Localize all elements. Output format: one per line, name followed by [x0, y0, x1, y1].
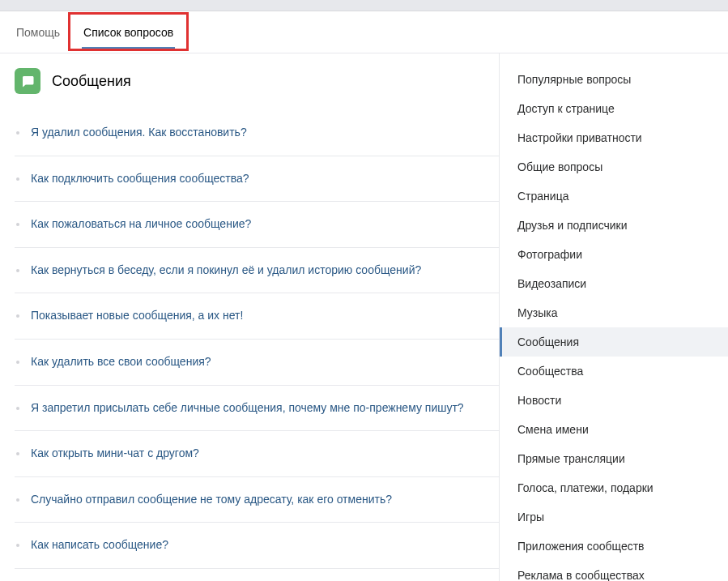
sidebar-item[interactable]: Новости: [500, 386, 728, 415]
sidebar-item[interactable]: Игры: [500, 502, 728, 532]
bullet-icon: [16, 177, 19, 181]
bullet-icon: [16, 269, 19, 272]
bullet-icon: [16, 452, 19, 455]
question-item[interactable]: Как подключить сообщения сообщества?: [15, 156, 499, 203]
question-text: Как пожаловаться на личное сообщение?: [31, 216, 251, 233]
tab-questions[interactable]: Список вопросов: [82, 15, 175, 49]
question-text: Я удалил сообщения. Как восстановить?: [31, 125, 247, 141]
question-text: Как удалить все свои сообщения?: [31, 354, 211, 370]
question-item[interactable]: Как удалить все свои сообщения?: [15, 340, 499, 386]
bullet-icon: [16, 407, 19, 410]
bullet-icon: [16, 223, 19, 226]
top-bar: [0, 0, 728, 11]
question-text: Как открыть мини-чат с другом?: [31, 446, 199, 462]
section-header: Сообщения: [15, 68, 499, 110]
sidebar-item[interactable]: Страница: [500, 182, 728, 211]
sidebar-item[interactable]: Настройки приватности: [500, 123, 728, 152]
sidebar-item[interactable]: Голоса, платежи, подарки: [500, 473, 728, 502]
section-title: Сообщения: [52, 73, 131, 90]
messages-icon: [15, 68, 40, 94]
question-text: Я запретил присылать себе личные сообщен…: [31, 400, 464, 417]
question-item[interactable]: Показывает новые сообщения, а их нет!: [15, 293, 499, 340]
question-item[interactable]: Я запретил присылать себе личные сообщен…: [15, 386, 499, 432]
main-content: Сообщения Я удалил сообщения. Как восста…: [0, 53, 500, 581]
bullet-icon: [16, 131, 19, 135]
sidebar-item[interactable]: Видеозаписи: [500, 269, 728, 298]
sidebar-item[interactable]: Реклама в сообществах: [500, 561, 728, 581]
tabs-row: Помощь Список вопросов: [0, 11, 728, 53]
bullet-icon: [16, 498, 19, 502]
sidebar-item[interactable]: Друзья и подписчики: [500, 211, 728, 240]
question-item[interactable]: Как вернуться в беседу, если я покинул е…: [15, 248, 499, 294]
question-item[interactable]: Как пожаловаться на личное сообщение?: [15, 202, 499, 248]
question-item[interactable]: Как написать сообщение?: [15, 523, 499, 569]
question-text: Показывает новые сообщения, а их нет!: [31, 308, 243, 324]
question-item[interactable]: Я удалил сообщения. Как восстановить?: [15, 110, 499, 156]
question-text: Как написать сообщение?: [31, 537, 168, 553]
question-item[interactable]: Случайно отправил сообщение не тому адре…: [15, 477, 499, 523]
question-text: Как вернуться в беседу, если я покинул е…: [31, 263, 421, 279]
questions-list: Я удалил сообщения. Как восстановить?Как…: [15, 110, 499, 581]
bullet-icon: [16, 361, 19, 364]
sidebar-item[interactable]: Доступ к странице: [500, 94, 728, 123]
bullet-icon: [16, 544, 19, 547]
sidebar-item[interactable]: Музыка: [500, 298, 728, 327]
tab-questions-highlight: Список вопросов: [68, 12, 189, 51]
sidebar-item[interactable]: Сообщества: [500, 357, 728, 386]
sidebar: Популярные вопросыДоступ к страницеНастр…: [500, 53, 728, 581]
sidebar-item[interactable]: Прямые трансляции: [500, 444, 728, 473]
question-text: Случайно отправил сообщение не тому адре…: [31, 492, 392, 508]
question-item[interactable]: Как открыть мини-чат с другом?: [15, 431, 499, 477]
sidebar-item[interactable]: Смена имени: [500, 415, 728, 444]
tab-help[interactable]: Помощь: [16, 13, 68, 52]
sidebar-item[interactable]: Фотографии: [500, 240, 728, 269]
sidebar-item[interactable]: Популярные вопросы: [500, 65, 728, 94]
question-text: Как подключить сообщения сообщества?: [31, 171, 249, 187]
question-item[interactable]: Лимит сообщений: [15, 569, 499, 581]
sidebar-item[interactable]: Приложения сообществ: [500, 532, 728, 561]
sidebar-item[interactable]: Сообщения: [500, 327, 728, 357]
sidebar-item[interactable]: Общие вопросы: [500, 152, 728, 182]
bullet-icon: [16, 314, 19, 318]
